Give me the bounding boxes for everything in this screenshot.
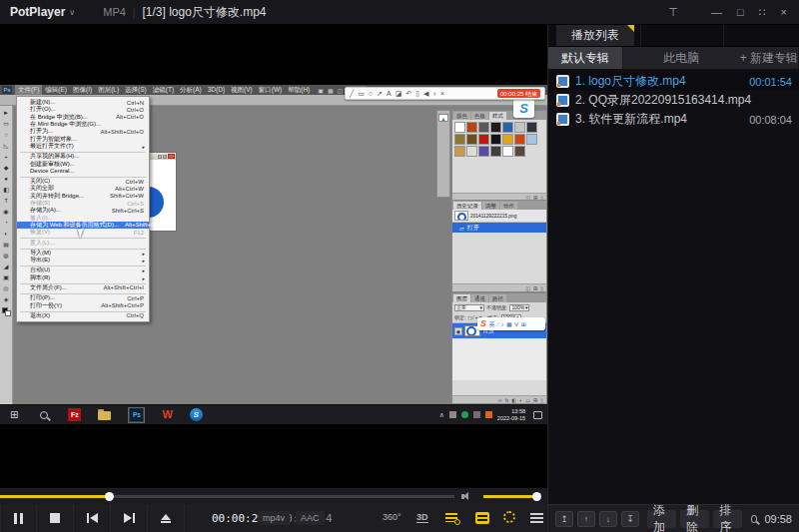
tray-expand-icon[interactable]: ∧ [439,411,444,419]
style-swatch[interactable] [478,134,489,145]
ime-icon[interactable]: ⁄ [497,321,498,327]
panel-footer-icon[interactable]: ◫ [525,285,530,291]
album-tab[interactable]: 默认专辑 [548,47,623,69]
stop-button[interactable] [37,504,74,532]
doc-minimize-icon[interactable] [158,155,162,159]
panel-footer-icon[interactable]: ◐ [519,397,522,403]
panel-tab[interactable]: 色板 [471,112,488,120]
style-swatch[interactable] [478,146,489,157]
layer-visibility-eye-icon[interactable]: ◉ [454,327,462,335]
3d-mode-button[interactable]: 3D [416,512,428,523]
playlist-item[interactable]: 2. QQ录屏20220915163414.mp4 [548,91,799,110]
foreground-background-swatch[interactable] [2,307,11,316]
move-item-button[interactable]: ↧ [621,511,639,527]
volume-slider[interactable] [483,495,539,498]
always-on-top-button[interactable]: ∷ [759,6,766,19]
empty-tab-slot[interactable] [723,25,799,46]
file-menu-item[interactable]: 最近打开文件(T) [17,143,149,150]
ime-icon[interactable]: 英 [489,321,495,327]
style-swatch[interactable] [514,122,525,133]
ime-icon[interactable]: ♪ [501,321,504,327]
recorder-tool-icon[interactable]: × [440,90,444,97]
panel-tab[interactable]: 图层 [453,294,470,302]
photoshop-menu-item[interactable]: 图层(L) [95,85,122,95]
album-tab[interactable]: 此电脑 [623,47,740,69]
subtitle-button-icon[interactable] [475,512,489,524]
recorder-tool-icon[interactable]: ○ [369,90,373,97]
style-swatch[interactable] [502,134,513,145]
file-menu-item[interactable]: Device Central... [17,168,149,175]
panel-tab[interactable]: 动作 [500,202,517,210]
tray-icon[interactable] [485,411,492,418]
style-swatch[interactable] [502,146,513,157]
recorder-tool-icon[interactable]: ◪ [396,90,402,97]
start-button-icon[interactable]: ⊞ [10,410,18,420]
tray-icon[interactable] [473,411,480,418]
ime-icon[interactable]: V [514,321,518,327]
background-color[interactable] [5,310,11,316]
filezilla-icon[interactable]: Fz [68,408,81,421]
tool-icon[interactable]: ◎ [3,283,8,294]
tool-icon[interactable]: ▣ [3,272,9,283]
style-swatch[interactable] [526,122,537,133]
file-menu-item[interactable]: 脚本(R) [17,274,149,281]
settings-gear-icon[interactable] [503,511,515,523]
tool-icon[interactable]: ◢ [4,262,9,272]
playlist-search-icon[interactable] [445,512,459,524]
tool-icon[interactable]: ◐ [4,229,8,240]
tool-icon[interactable]: ◉ [3,207,8,218]
playlist-search-field-icon[interactable] [751,515,757,523]
tool-icon[interactable]: ► [3,108,9,119]
recorder-tool-icon[interactable]: ╱ [350,90,354,97]
tool-icon[interactable]: ○ [4,130,8,141]
style-swatch[interactable] [466,122,477,133]
appbar-icon[interactable]: ◫ [338,87,344,94]
panel-tab[interactable]: 调整 [482,202,499,210]
sogou-logo-icon[interactable]: S [480,319,486,328]
style-swatch[interactable] [466,134,477,145]
wps-icon[interactable]: W [162,409,172,420]
file-menu-item[interactable]: 文件简介(F)... Alt+Shift+Ctrl+I [17,284,149,291]
style-swatch[interactable] [478,122,489,133]
style-swatch[interactable] [514,146,525,157]
style-swatch[interactable] [514,134,525,145]
photoshop-menu-item[interactable]: 窗口(W) [256,85,285,95]
photoshop-menu-item[interactable]: 3D(D) [205,85,228,95]
photoshop-menu-item[interactable]: 帮助(H) [285,85,313,95]
tool-icon[interactable]: ◆ [4,163,9,174]
tool-icon[interactable]: ◧ [3,185,9,196]
style-swatch[interactable] [454,134,465,145]
panel-footer-icon[interactable]: ▯ [540,285,543,291]
tool-icon[interactable]: ▭ [3,119,9,130]
style-swatch[interactable] [490,146,501,157]
recorder-tool-icon[interactable]: ↶ [405,90,411,97]
photoshop-menu-item[interactable]: 图像(I) [70,85,95,95]
photoshop-taskbar-icon[interactable]: Ps [128,407,145,423]
photoshop-menu-item[interactable]: 编辑(E) [42,85,70,95]
maximize-button[interactable]: □ [737,6,744,18]
panel-footer-icon[interactable]: ∞ [498,397,502,403]
file-menu-item[interactable]: 退出(X) Ctrl+Q [17,312,149,319]
video-display-area[interactable]: Ps 文件(F)编辑(E)图像(I)图层(L)选择(S)滤镜(T)分析(A)3D… [0,25,547,487]
playlist-item[interactable]: 1. logo尺寸修改.mp4 00:01:54 [548,72,799,91]
volume-handle[interactable] [532,492,541,501]
panel-tab[interactable]: 颜色 [453,112,470,120]
recorder-tool-icon[interactable]: ◀ [423,90,428,97]
style-swatch[interactable] [490,134,501,145]
menu-hamburger-icon[interactable] [530,513,543,523]
open-eject-button[interactable] [148,504,185,532]
playlist-item[interactable]: 3. 软件更新流程.mp4 00:08:04 [548,110,799,129]
lock-icon[interactable]: ◻ [467,314,471,320]
move-item-button[interactable]: ↥ [555,511,573,527]
empty-tab-slot[interactable] [640,25,717,46]
panel-footer-icon[interactable]: ◧ [512,397,517,403]
sogou-taskbar-icon[interactable]: S [190,408,203,421]
panel-footer-icon[interactable]: ▭ [525,397,530,403]
file-menu-item[interactable]: 创建新审核(W)... [17,160,149,167]
sort-button[interactable]: 排序 [713,510,742,528]
floating-app-logo[interactable]: S [513,99,534,118]
recorder-tool-icon[interactable]: ↗ [377,90,383,97]
style-swatch[interactable] [526,134,537,145]
recorder-tool-icon[interactable]: ▭ [358,90,365,97]
photoshop-menu-item[interactable]: 滤镜(T) [150,85,177,95]
